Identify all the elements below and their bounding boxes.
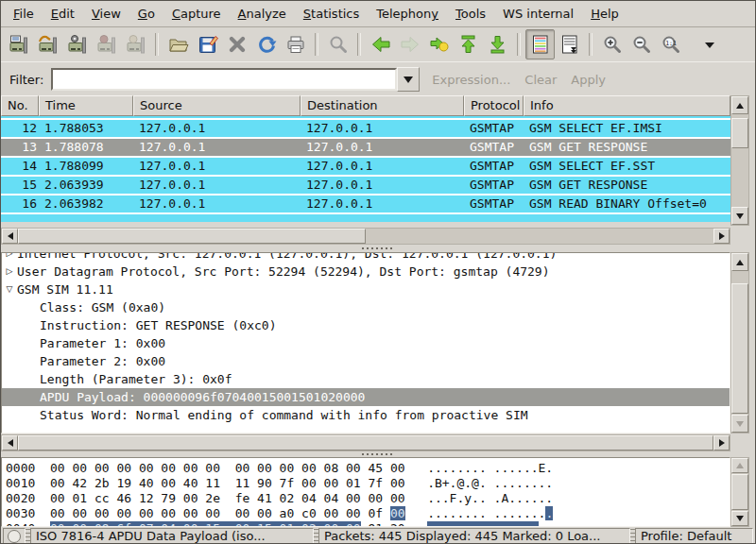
detail-line[interactable]: APDU Payload: 000000096f0704001500150102… bbox=[2, 388, 730, 406]
hex-row-0010[interactable]: 0010 00 42 2b 19 40 00 40 11 11 90 7f 00… bbox=[6, 476, 730, 491]
scroll-up-button[interactable] bbox=[731, 458, 748, 473]
cell-proto: GSMTAP bbox=[470, 139, 514, 155]
go-to-bottom-button[interactable] bbox=[483, 29, 512, 60]
filter-input[interactable] bbox=[51, 68, 397, 91]
detail-line[interactable]: ▽GSM SIM 11.11 bbox=[2, 280, 730, 298]
details-hscrollbar[interactable] bbox=[1, 434, 730, 451]
expander-closed-icon[interactable]: ▷ bbox=[2, 263, 17, 280]
scrollbar-thumb[interactable] bbox=[18, 435, 713, 450]
packet-row[interactable] bbox=[1, 214, 730, 222]
go-to-top-button[interactable] bbox=[454, 29, 483, 60]
zoom-out-button[interactable] bbox=[627, 29, 656, 60]
column-header-destination[interactable]: Destination bbox=[301, 95, 464, 116]
menu-ws-internal[interactable]: WS internal bbox=[494, 3, 582, 25]
print-button[interactable] bbox=[281, 29, 310, 60]
hex-vscrollbar[interactable] bbox=[730, 457, 749, 527]
details-vscrollbar[interactable] bbox=[730, 252, 749, 434]
packet-row-14[interactable]: 141.788099127.0.0.1127.0.0.1GSMTAPGSM SE… bbox=[1, 158, 730, 177]
expander-closed-icon[interactable]: ▷ bbox=[2, 252, 17, 263]
auto-scroll-button[interactable] bbox=[555, 29, 584, 60]
menu-analyze[interactable]: Analyze bbox=[230, 3, 295, 25]
scrollbar-thumb[interactable] bbox=[731, 474, 748, 510]
packet-list-hscrollbar[interactable] bbox=[1, 228, 730, 245]
column-header-info[interactable]: Info bbox=[524, 95, 730, 116]
zoom-100-button[interactable]: 1:1 bbox=[656, 29, 685, 60]
go-back-button[interactable] bbox=[366, 29, 395, 60]
menu-help[interactable]: Help bbox=[582, 3, 627, 25]
find-packet-button[interactable] bbox=[323, 29, 352, 60]
packet-row-13[interactable]: 131.788078127.0.0.1127.0.0.1GSMTAPGSM GE… bbox=[1, 139, 730, 158]
menu-statistics[interactable]: Statistics bbox=[295, 3, 368, 25]
scrollbar-thumb[interactable] bbox=[731, 118, 748, 148]
go-forward-button[interactable] bbox=[395, 29, 424, 60]
menu-go[interactable]: Go bbox=[129, 3, 163, 25]
packet-row-16[interactable]: 162.063982127.0.0.1127.0.0.1GSMTAPGSM RE… bbox=[1, 196, 730, 214]
detail-line[interactable]: ▷Internet Protocol, Src: 127.0.0.1 (127.… bbox=[2, 252, 730, 263]
expression-button[interactable]: Expression... bbox=[432, 73, 510, 87]
detail-line[interactable]: ▷User Datagram Protocol, Src Port: 52294… bbox=[2, 263, 730, 280]
menu-view[interactable]: View bbox=[83, 3, 129, 25]
interface-list-button[interactable] bbox=[4, 29, 33, 60]
arrow-back-icon bbox=[370, 34, 391, 55]
toolbar-overflow-button[interactable] bbox=[702, 29, 723, 60]
scroll-up-button[interactable] bbox=[731, 253, 748, 271]
capture-options-button[interactable] bbox=[33, 29, 62, 60]
reload-button[interactable] bbox=[251, 29, 281, 60]
ascii-bytes: .B+.@.@. ........ bbox=[427, 476, 553, 490]
scroll-down-button[interactable] bbox=[731, 511, 748, 526]
cell-dst: 127.0.0.1 bbox=[306, 158, 372, 174]
menu-capture[interactable]: Capture bbox=[163, 3, 230, 25]
close-icon bbox=[227, 34, 248, 55]
detail-line[interactable]: Parameter 1: 0x00 bbox=[2, 334, 730, 352]
clear-button[interactable]: Clear bbox=[524, 73, 557, 87]
pane-splitter-top[interactable] bbox=[1, 245, 755, 251]
column-header-time[interactable]: Time bbox=[39, 95, 133, 116]
scroll-left-button[interactable] bbox=[2, 229, 18, 244]
hex-row-0000[interactable]: 0000 00 00 00 00 00 00 00 00 00 00 00 00… bbox=[6, 461, 730, 476]
scroll-right-button[interactable] bbox=[713, 229, 730, 244]
column-header-no[interactable]: No. bbox=[1, 95, 39, 116]
capture-restart-button[interactable] bbox=[121, 29, 150, 60]
autoscroll-icon bbox=[559, 34, 580, 55]
detail-line[interactable]: Parameter 2: 0x00 bbox=[2, 352, 730, 370]
packet-row-12[interactable]: 121.788053127.0.0.1127.0.0.1GSMTAPGSM SE… bbox=[1, 120, 730, 139]
colorize-button[interactable] bbox=[525, 29, 555, 60]
close-file-button[interactable] bbox=[222, 29, 251, 60]
toolbar-separator bbox=[315, 33, 318, 56]
menu-edit[interactable]: Edit bbox=[43, 3, 83, 25]
netcard-wrench-icon bbox=[38, 34, 59, 55]
go-to-packet-button[interactable] bbox=[424, 29, 454, 60]
detail-line[interactable]: Class: GSM (0xa0) bbox=[2, 298, 730, 316]
save-file-button[interactable] bbox=[193, 29, 222, 60]
filter-dropdown-button[interactable] bbox=[397, 67, 420, 92]
packet-row-15[interactable]: 152.063939127.0.0.1127.0.0.1GSMTAPGSM GE… bbox=[1, 177, 730, 196]
expert-info-button[interactable] bbox=[3, 528, 26, 544]
apply-button[interactable]: Apply bbox=[571, 73, 606, 87]
scroll-up-button[interactable] bbox=[731, 96, 748, 114]
menu-telephony[interactable]: Telephony bbox=[368, 3, 447, 25]
detail-line[interactable]: Instruction: GET RESPONSE (0xc0) bbox=[2, 316, 730, 334]
detail-line[interactable]: Length (Parameter 3): 0x0f bbox=[2, 370, 730, 388]
menu-tools[interactable]: Tools bbox=[447, 3, 494, 25]
hex-row-0030[interactable]: 0030 00 00 00 00 00 00 00 00 00 00 a0 c0… bbox=[6, 506, 730, 521]
capture-start-button[interactable] bbox=[62, 29, 92, 60]
scroll-right-button[interactable] bbox=[713, 435, 730, 450]
scroll-left-button[interactable] bbox=[2, 435, 18, 450]
column-header-source[interactable]: Source bbox=[133, 95, 301, 116]
detail-line[interactable]: Status Word: Normal ending of command wi… bbox=[2, 406, 730, 424]
menu-file[interactable]: File bbox=[5, 3, 43, 25]
scrollbar-thumb[interactable] bbox=[18, 229, 366, 244]
scroll-down-button[interactable] bbox=[731, 415, 748, 433]
scrollbar-thumb[interactable] bbox=[731, 283, 748, 414]
packet-list-vscrollbar[interactable] bbox=[730, 95, 749, 226]
zoom-in-button[interactable] bbox=[597, 29, 627, 60]
scroll-down-button[interactable] bbox=[731, 207, 748, 225]
cell-src: 127.0.0.1 bbox=[139, 196, 205, 212]
expander-open-icon[interactable]: ▽ bbox=[2, 280, 17, 298]
column-header-protocol[interactable]: Protocol bbox=[464, 95, 524, 116]
capture-stop-button[interactable] bbox=[92, 29, 121, 60]
hex-row-0020[interactable]: 0020 00 01 cc 46 12 79 00 2e fe 41 02 04… bbox=[6, 491, 730, 506]
save-icon bbox=[198, 34, 218, 55]
open-file-button[interactable] bbox=[163, 29, 193, 60]
profile-segment[interactable]: Profile: Default bbox=[635, 528, 753, 544]
